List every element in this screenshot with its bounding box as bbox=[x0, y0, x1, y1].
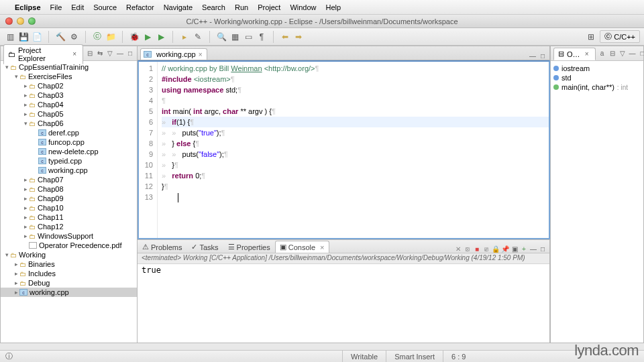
tree-item[interactable]: Operator Precedence.pdf bbox=[1, 241, 137, 250]
menu-refactor[interactable]: Refactor bbox=[126, 3, 154, 11]
link-editor-icon[interactable]: ⇆ bbox=[96, 50, 104, 58]
app-menu[interactable]: Eclipse bbox=[15, 3, 41, 11]
menu-help[interactable]: Help bbox=[326, 3, 341, 11]
clear-console-icon[interactable]: ⎚ bbox=[482, 245, 490, 253]
menu-search[interactable]: Search bbox=[202, 3, 225, 11]
menu-file[interactable]: File bbox=[50, 3, 62, 11]
menu-source[interactable]: Source bbox=[93, 3, 117, 11]
save-all-button[interactable]: 📄 bbox=[31, 31, 43, 43]
tree-item[interactable]: ▸🗀Chap07 bbox=[1, 175, 137, 184]
open-console-icon[interactable]: + bbox=[520, 245, 528, 253]
tree-item[interactable]: ▸🗀Chap03 bbox=[1, 90, 137, 100]
tree-item[interactable]: ▸🗀Chap12 bbox=[1, 222, 137, 231]
minimize-icon[interactable]: — bbox=[629, 50, 637, 58]
remove-all-icon[interactable]: ⦻ bbox=[464, 245, 472, 253]
tree-item[interactable]: ▸🗀Chap10 bbox=[1, 203, 137, 213]
collapse-all-icon[interactable]: ⊟ bbox=[86, 50, 94, 58]
tree-item[interactable]: ▸🗀Chap08 bbox=[1, 184, 137, 194]
tree-item[interactable]: cfuncop.cpp bbox=[1, 137, 137, 147]
close-icon[interactable]: × bbox=[71, 50, 78, 58]
toggle-block-button[interactable]: ▭ bbox=[242, 31, 254, 43]
outline-item[interactable]: main(int, char**): int bbox=[553, 82, 641, 92]
minimize-icon[interactable]: — bbox=[529, 245, 537, 253]
tree-item[interactable]: ▾🗀Chap06 bbox=[1, 119, 137, 128]
show-whitespace-button[interactable]: ¶ bbox=[256, 31, 268, 43]
editor-tab-working[interactable]: c working.cpp × bbox=[140, 48, 207, 60]
problems-tab[interactable]: ⚠Problems bbox=[138, 241, 186, 253]
close-icon[interactable]: × bbox=[320, 243, 324, 251]
tree-item[interactable]: cderef.cpp bbox=[1, 128, 137, 137]
view-menu-icon[interactable]: ▽ bbox=[619, 50, 627, 58]
view-menu-icon[interactable]: ▽ bbox=[106, 50, 114, 58]
save-button[interactable]: 💾 bbox=[17, 31, 30, 43]
project-explorer-tab[interactable]: 🗀 Project Explorer × bbox=[3, 44, 83, 64]
close-tab-icon[interactable]: × bbox=[199, 51, 203, 58]
toggle-mark-button[interactable]: ▦ bbox=[229, 31, 241, 43]
tree-item[interactable]: ctypeid.cpp bbox=[1, 156, 137, 166]
pdf-file-icon bbox=[29, 242, 37, 249]
profile-button[interactable]: ▶ bbox=[155, 31, 167, 43]
tree-item[interactable]: cnew-delete.cpp bbox=[1, 147, 137, 156]
outline-item[interactable]: std bbox=[553, 73, 641, 82]
maximize-icon[interactable]: □ bbox=[539, 245, 547, 253]
pin-console-icon[interactable]: 📌 bbox=[501, 245, 509, 253]
tree-item[interactable]: ▾🗀ExerciseFiles bbox=[1, 72, 137, 81]
remove-launch-icon[interactable]: ✕ bbox=[454, 245, 462, 253]
tree-item[interactable]: ▸🗀Chap05 bbox=[1, 109, 137, 119]
nav-forward-button[interactable]: ➡ bbox=[292, 31, 305, 43]
nav-back-button[interactable]: ⬅ bbox=[279, 31, 291, 43]
close-icon[interactable]: × bbox=[583, 50, 591, 58]
menu-run[interactable]: Run bbox=[235, 3, 248, 11]
code-editor[interactable]: 12345678910111213 // working.cpp by Bill… bbox=[138, 60, 550, 239]
tree-item[interactable]: ▸🗀Chap02 bbox=[1, 81, 137, 90]
minimize-icon[interactable]: — bbox=[116, 50, 124, 58]
open-perspective-button[interactable]: ⊞ bbox=[585, 31, 597, 43]
hide-fields-icon[interactable]: ⊟ bbox=[608, 50, 616, 58]
tasks-tab[interactable]: ✓Tasks bbox=[186, 241, 223, 253]
new-button[interactable]: ▥ bbox=[4, 31, 16, 43]
menu-edit[interactable]: Edit bbox=[71, 3, 84, 11]
tree-item[interactable]: cworking.cpp bbox=[1, 166, 137, 175]
outline-tab[interactable]: ⊟ O… × bbox=[553, 48, 596, 60]
outline-tree[interactable]: iostream std main(int, char**): int bbox=[551, 61, 643, 343]
maximize-icon[interactable]: □ bbox=[639, 50, 644, 58]
scroll-lock-icon[interactable]: 🔒 bbox=[492, 245, 500, 253]
menu-window[interactable]: Window bbox=[290, 3, 316, 11]
tree-item[interactable]: ▸🗀Debug bbox=[1, 278, 137, 288]
terminate-icon[interactable]: ■ bbox=[473, 245, 481, 253]
window-close-button[interactable] bbox=[5, 17, 13, 25]
maximize-icon[interactable]: □ bbox=[539, 52, 547, 60]
debug-button[interactable]: 🐞 bbox=[128, 31, 140, 43]
project-tree[interactable]: ▾🗀CppEssentialTraining▾🗀ExerciseFiles▸🗀C… bbox=[1, 61, 137, 343]
console-output[interactable]: true bbox=[138, 264, 549, 343]
display-selected-icon[interactable]: ▣ bbox=[511, 245, 519, 253]
window-minimize-button[interactable] bbox=[17, 17, 24, 25]
sort-icon[interactable]: a bbox=[598, 50, 606, 58]
tree-item[interactable]: ▸cworking.cpp bbox=[1, 288, 137, 297]
tree-item[interactable]: ▸🗀WindowsSupport bbox=[1, 231, 137, 241]
new-class-button[interactable]: ⓒ bbox=[91, 31, 103, 43]
window-zoom-button[interactable] bbox=[28, 17, 36, 25]
maximize-icon[interactable]: □ bbox=[126, 50, 134, 58]
tree-item[interactable]: ▸🗀Chap11 bbox=[1, 213, 137, 222]
external-tools-button[interactable]: ▸ bbox=[178, 31, 191, 43]
minimize-icon[interactable]: — bbox=[529, 52, 537, 60]
build-button[interactable]: 🔨 bbox=[54, 31, 66, 43]
build-config-button[interactable]: ⚙ bbox=[68, 31, 80, 43]
tree-item[interactable]: ▸🗀Chap04 bbox=[1, 100, 137, 109]
new-folder-button[interactable]: 📁 bbox=[105, 31, 117, 43]
menu-navigate[interactable]: Navigate bbox=[164, 3, 193, 11]
outline-item[interactable]: iostream bbox=[553, 64, 641, 73]
run-button[interactable]: ▶ bbox=[142, 31, 154, 43]
menu-project[interactable]: Project bbox=[258, 3, 280, 11]
tree-item[interactable]: ▾🗀Working bbox=[1, 250, 137, 259]
tree-item[interactable]: ▸🗀Includes bbox=[1, 269, 137, 278]
console-tab[interactable]: ▣Console× bbox=[275, 241, 329, 253]
tree-item[interactable]: ▸🗀Binaries bbox=[1, 259, 137, 269]
cpp-file-icon: c bbox=[38, 148, 46, 155]
perspective-cpp[interactable]: ⓒ C/C++ bbox=[600, 30, 640, 43]
search-button[interactable]: 🔍 bbox=[215, 31, 227, 43]
properties-tab[interactable]: ☰Properties bbox=[223, 241, 275, 253]
tree-item[interactable]: ▸🗀Chap09 bbox=[1, 194, 137, 203]
open-task-button[interactable]: ✎ bbox=[192, 31, 204, 43]
